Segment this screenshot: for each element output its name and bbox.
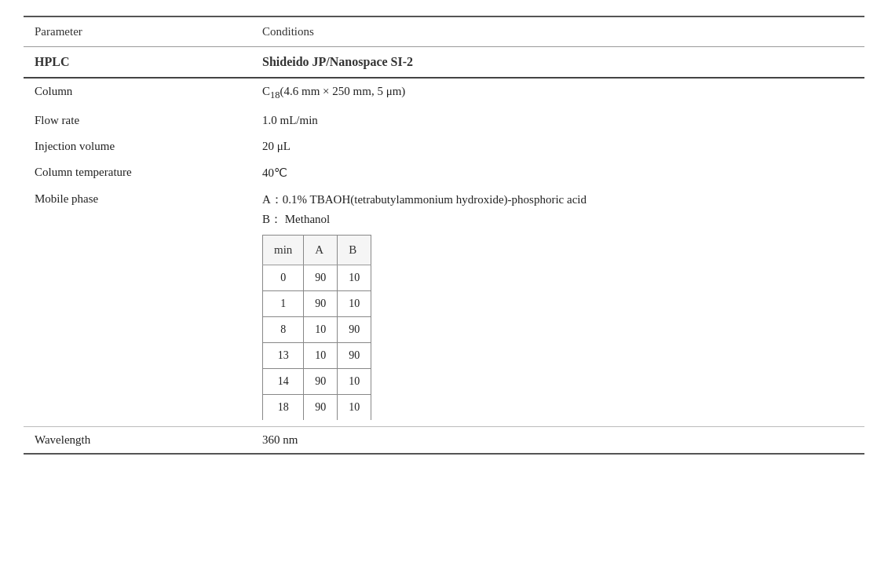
gradient-cell: 1 bbox=[263, 291, 304, 317]
gradient-header-min: min bbox=[263, 236, 304, 265]
gradient-cell: 10 bbox=[304, 317, 338, 343]
column-value: C18(4.6 mm × 250 mm, 5 μm) bbox=[251, 78, 864, 108]
header-row: Parameter Conditions bbox=[24, 16, 864, 47]
hplc-value: Shideido JP/Nanospace SI-2 bbox=[251, 47, 864, 79]
gradient-cell: 90 bbox=[304, 395, 338, 421]
gradient-cell: 10 bbox=[338, 369, 371, 395]
injection-volume-param: Injection volume bbox=[24, 133, 251, 159]
gradient-header-a: A bbox=[304, 236, 338, 265]
gradient-cell: 90 bbox=[304, 265, 338, 291]
column-param: Column bbox=[24, 78, 251, 108]
column-row: Column C18(4.6 mm × 250 mm, 5 μm) bbox=[24, 78, 864, 108]
gradient-table: min A B 09010190108109013109014901018901… bbox=[262, 235, 371, 420]
hplc-row: HPLC Shideido JP/Nanospace SI-2 bbox=[24, 47, 864, 79]
gradient-cell: 0 bbox=[263, 265, 304, 291]
gradient-data-row: 189010 bbox=[263, 395, 371, 421]
gradient-cell: 10 bbox=[338, 265, 371, 291]
hplc-label: HPLC bbox=[35, 55, 69, 68]
main-table: Parameter Conditions HPLC Shideido JP/Na… bbox=[24, 16, 864, 455]
mobile-phase-value: A：0.1% TBAOH(tetrabutylammonium hydroxid… bbox=[251, 186, 864, 427]
flow-rate-param: Flow rate bbox=[24, 108, 251, 133]
flow-rate-row: Flow rate 1.0 mL/min bbox=[24, 108, 864, 133]
gradient-cell: 90 bbox=[338, 317, 371, 343]
wavelength-row: Wavelength 360 nm bbox=[24, 427, 864, 455]
mobile-phase-a: A：0.1% TBAOH(tetrabutylammonium hydroxid… bbox=[262, 192, 853, 207]
gradient-cell: 10 bbox=[304, 343, 338, 369]
subscript-18: 18 bbox=[270, 89, 280, 100]
gradient-cell: 90 bbox=[304, 369, 338, 395]
gradient-header-b: B bbox=[338, 236, 371, 265]
column-temperature-row: Column temperature 40℃ bbox=[24, 159, 864, 186]
mobile-phase-row: Mobile phase A：0.1% TBAOH(tetrabutylammo… bbox=[24, 186, 864, 427]
wavelength-value: 360 nm bbox=[251, 427, 864, 455]
mobile-phase-b: B： Methanol bbox=[262, 212, 853, 227]
gradient-data-row: 149010 bbox=[263, 369, 371, 395]
gradient-cell: 8 bbox=[263, 317, 304, 343]
gradient-data-row: 131090 bbox=[263, 343, 371, 369]
gradient-header-row: min A B bbox=[263, 236, 371, 265]
gradient-cell: 18 bbox=[263, 395, 304, 421]
hplc-param: HPLC bbox=[24, 47, 251, 79]
gradient-cell: 10 bbox=[338, 395, 371, 421]
gradient-cell: 14 bbox=[263, 369, 304, 395]
flow-rate-value: 1.0 mL/min bbox=[251, 108, 864, 133]
injection-volume-value: 20 μL bbox=[251, 133, 864, 159]
wavelength-param: Wavelength bbox=[24, 427, 251, 455]
gradient-data-row: 09010 bbox=[263, 265, 371, 291]
gradient-cell: 13 bbox=[263, 343, 304, 369]
gradient-data-row: 81090 bbox=[263, 317, 371, 343]
param-header: Parameter bbox=[24, 16, 251, 47]
mobile-phase-param: Mobile phase bbox=[24, 186, 251, 427]
gradient-data-row: 19010 bbox=[263, 291, 371, 317]
column-temperature-param: Column temperature bbox=[24, 159, 251, 186]
gradient-cell: 10 bbox=[338, 291, 371, 317]
injection-volume-row: Injection volume 20 μL bbox=[24, 133, 864, 159]
gradient-cell: 90 bbox=[338, 343, 371, 369]
column-temperature-value: 40℃ bbox=[251, 159, 864, 186]
gradient-cell: 90 bbox=[304, 291, 338, 317]
conditions-header: Conditions bbox=[251, 16, 864, 47]
